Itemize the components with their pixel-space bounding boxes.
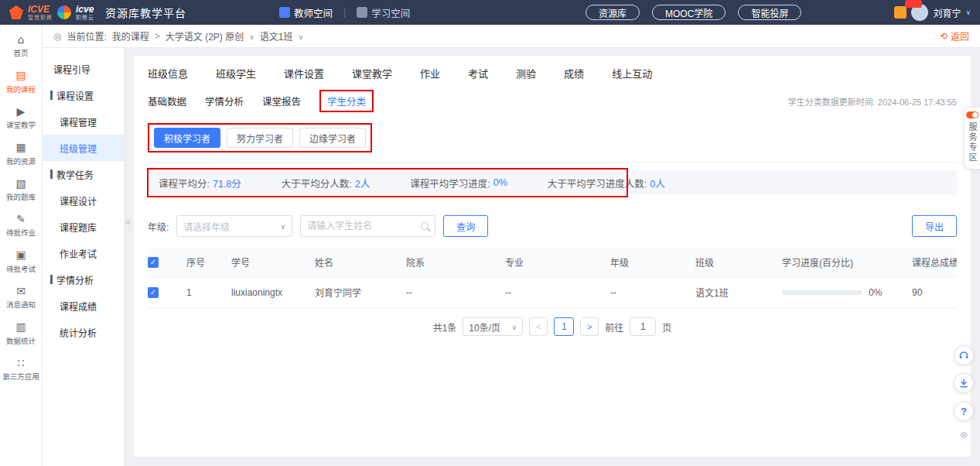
tab-courseware-settings[interactable]: 课件设置 (284, 66, 324, 81)
sidebar-item-home[interactable]: ⌂ 首页 (0, 28, 42, 63)
progress-widget: 0% (782, 287, 907, 298)
content-card: 班级信息 班级学生 课件设置 课堂教学 作业 考试 测验 成绩 线上互动 基础数… (134, 56, 971, 457)
close-circle-icon: ⊗ (960, 429, 968, 440)
smart-screen-button[interactable]: 智能投屏 (738, 5, 801, 20)
teacher-space-tab[interactable]: 教师空间 (279, 5, 333, 20)
pagination: 共1条 10条/页 < 1 > 前往 页 (148, 317, 957, 336)
subtab-classroom-report[interactable]: 课堂报告 (262, 94, 301, 108)
prev-page-button[interactable]: < (529, 317, 548, 336)
students-table: 序号 学号 姓名 院系 专业 年级 班级 学习进度(百分比) 课程总成绩 (148, 248, 957, 308)
tab-exam[interactable]: 考试 (468, 66, 488, 81)
chevron-down-icon (281, 221, 286, 231)
logo[interactable]: ICVE 智慧职教 icve 职教云 资源库教学平台 (9, 5, 186, 21)
tab-quiz[interactable]: 测验 (516, 66, 536, 81)
header-checkbox-cell (148, 257, 186, 268)
class-dropdown[interactable]: 语文1班 (260, 29, 293, 43)
back-button[interactable]: ⟲ 返回 (940, 29, 969, 43)
avatar[interactable] (911, 4, 928, 21)
courses-icon: ▤ (0, 70, 42, 81)
tab-grades[interactable]: 成绩 (564, 66, 584, 81)
sidebar-item-my-courses[interactable]: ▤ 我的课程 (0, 63, 42, 99)
subtab-basic-data[interactable]: 基础数据 (148, 94, 186, 108)
grade-select[interactable]: 请选择年级 (176, 215, 292, 237)
sidebar-collapse-handle[interactable]: « (125, 217, 131, 228)
menu-item-homework-exam[interactable]: 作业考试 (43, 240, 124, 266)
help-float-button[interactable]: ? (954, 401, 974, 421)
subtab-student-category[interactable]: 学生分类 (327, 94, 366, 108)
learning-space-tab[interactable]: 学习空间 (357, 5, 410, 20)
sidebar-item-notifications[interactable]: ✉ 消息通知 (0, 279, 42, 315)
menu-item-course-guide[interactable]: 课程引导 (43, 56, 124, 82)
student-name-input[interactable] (307, 221, 416, 231)
float-toolbar: ? ⊗ (954, 345, 974, 440)
export-button[interactable]: 导出 (912, 215, 957, 237)
user-name: 刘育宁 (933, 6, 961, 19)
row-checkbox-cell (148, 287, 186, 298)
icve-logo-icon (9, 5, 23, 19)
user-area[interactable]: 刘育宁 ∨ (894, 4, 971, 21)
gift-icon[interactable] (894, 6, 907, 19)
toggle-switch-icon[interactable] (966, 111, 978, 118)
search-button[interactable]: 查询 (443, 215, 488, 237)
course-dropdown[interactable]: 大学语文 (2P) 原创 (166, 29, 244, 43)
collapse-float-button[interactable]: ⊗ (960, 429, 968, 440)
stat-label: 大于平均分人数: (282, 176, 352, 190)
back-label: 返回 (951, 29, 969, 43)
icon-sidebar: ⌂ 首页 ▤ 我的课程 ▶ 课堂教学 ▦ 我的资源 ▧ 我的题库 ✎ 待批作业 … (0, 25, 43, 466)
page-size-select[interactable]: 10条/页 (463, 317, 523, 336)
sidebar-item-third-party-apps[interactable]: ∷ 第三方应用 (0, 351, 42, 387)
page-size-value: 10条/页 (469, 320, 500, 334)
student-name-search (300, 215, 435, 237)
chevron-down-icon[interactable] (249, 31, 254, 42)
tab-class-info[interactable]: 班级信息 (148, 66, 188, 81)
select-all-checkbox[interactable] (148, 257, 159, 268)
stat-label: 课程平均学习进度: (410, 176, 490, 190)
category-active-learners[interactable]: 积极学习者 (154, 128, 220, 148)
sidebar-label: 消息通知 (0, 299, 42, 310)
location-icon: ◎ (53, 31, 61, 42)
category-marginal-learners[interactable]: 边缘学习者 (299, 128, 366, 148)
column-header-progress: 学习进度(百分比) (782, 255, 912, 269)
resource-library-button[interactable]: 资源库 (586, 5, 640, 20)
platform-title: 资源库教学平台 (105, 5, 186, 20)
space-nav: 教师空间 | 学习空间 (279, 5, 410, 20)
tab-class-students[interactable]: 班级学生 (216, 66, 256, 81)
category-hardworking-learners[interactable]: 努力学习者 (227, 128, 293, 148)
page-1-button[interactable]: 1 (554, 317, 574, 336)
goto-page-input[interactable] (630, 317, 656, 336)
mooc-college-button[interactable]: MOOC学院 (652, 5, 726, 20)
sidebar-item-my-resources[interactable]: ▦ 我的资源 (0, 135, 42, 171)
sidebar-label: 我的课程 (0, 84, 42, 94)
menu-item-course-management[interactable]: 课程管理 (43, 108, 124, 135)
menu-item-statistical-analysis[interactable]: 统计分析 (43, 319, 124, 345)
sidebar-item-pending-exams[interactable]: ▣ 待批考试 (0, 243, 42, 279)
breadcrumb-my-courses[interactable]: 我的课程 (112, 29, 149, 43)
subtabs: 基础数据 学情分析 课堂报告 学生分类 学生分类数据更新时间: 2024-06-… (148, 88, 957, 117)
main-area: « 班级信息 班级学生 课件设置 课堂教学 作业 考试 测验 成绩 线上互动 (125, 48, 980, 466)
sidebar-item-statistics[interactable]: ▥ 数据统计 (0, 315, 42, 351)
menu-item-course-question-bank[interactable]: 课程题库 (43, 214, 124, 240)
homework-icon: ✎ (0, 214, 42, 225)
table-row: 1 liuxiaoningtx 刘育宁同学 -- -- -- 语文1班 (148, 277, 957, 308)
next-page-button[interactable]: > (580, 317, 599, 336)
chevron-down-icon[interactable] (298, 31, 303, 42)
search-icon[interactable] (421, 222, 429, 230)
row-checkbox[interactable] (148, 287, 159, 298)
subtab-learning-analysis[interactable]: 学情分析 (205, 94, 244, 108)
side-service-tab[interactable]: 服务专区 (964, 107, 980, 170)
service-float-button[interactable] (954, 345, 974, 365)
tab-homework[interactable]: 作业 (420, 66, 440, 81)
tab-classroom-teaching[interactable]: 课堂教学 (352, 66, 392, 81)
sidebar-item-pending-homework[interactable]: ✎ 待批作业 (0, 207, 42, 243)
menu-item-class-management[interactable]: 班级管理 (43, 135, 124, 161)
tab-online-interaction[interactable]: 线上互动 (612, 66, 652, 81)
download-float-button[interactable] (954, 373, 974, 393)
menu-item-course-design[interactable]: 课程设计 (43, 187, 124, 214)
icve-logo-textblock: ICVE 智慧职教 (28, 5, 53, 21)
sidebar-item-question-bank[interactable]: ▧ 我的题库 (0, 172, 42, 207)
total-count: 共1条 (433, 320, 457, 334)
stat-value: 0人 (650, 176, 664, 190)
sidebar-item-classroom-teaching[interactable]: ▶ 课堂教学 (0, 100, 42, 135)
menu-item-course-grades[interactable]: 课程成绩 (43, 293, 124, 319)
stat-value: 0% (493, 177, 507, 188)
